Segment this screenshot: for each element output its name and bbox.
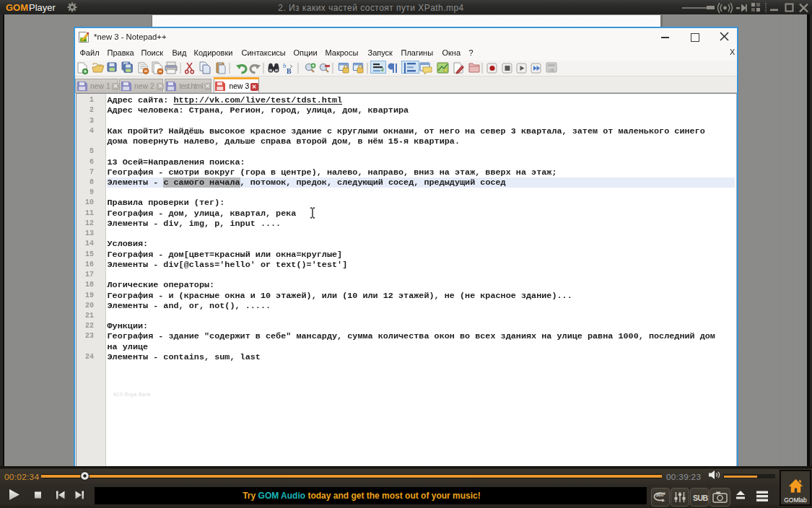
svg-text:UE: UE bbox=[549, 68, 554, 72]
svg-text:SUB: SUB bbox=[693, 494, 709, 502]
svg-text:360°: 360° bbox=[656, 492, 666, 497]
svg-text:B: B bbox=[287, 67, 292, 75]
